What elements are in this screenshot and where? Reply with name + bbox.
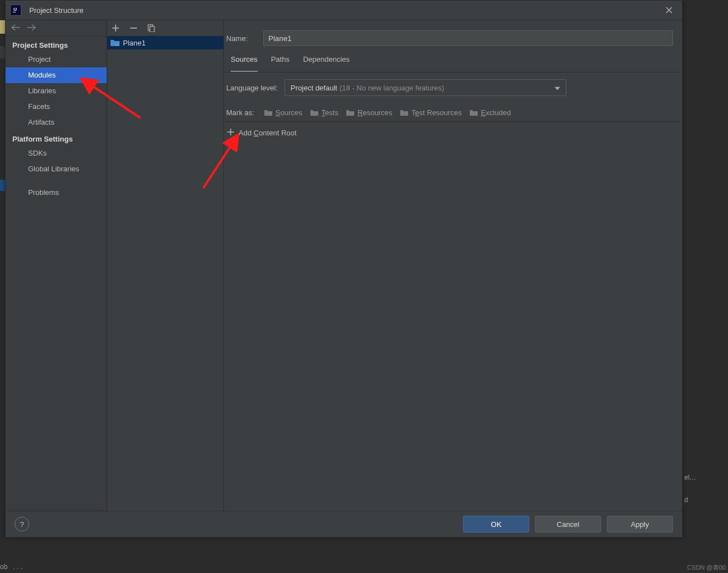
sidebar-item-problems[interactable]: Problems: [6, 185, 107, 201]
dialog-button-bar: ? OK Cancel Apply: [6, 511, 682, 537]
close-icon[interactable]: [661, 2, 677, 18]
watermark: CSDN @青00: [687, 563, 726, 572]
ok-button[interactable]: OK: [463, 516, 529, 533]
sidebar-item-modules[interactable]: Modules: [6, 67, 107, 83]
language-level-hint: (18 - No new language features): [340, 84, 444, 92]
folder-icon: [400, 110, 408, 116]
mark-label: Test Resources: [411, 108, 462, 117]
mark-label: Excluded: [481, 108, 511, 117]
background-text: el…d: [684, 472, 728, 539]
module-item[interactable]: Plane1: [107, 36, 223, 49]
svg-rect-4: [150, 26, 154, 32]
svg-rect-5: [116, 43, 118, 46]
language-level-row: Language level: Project default (18 - No…: [226, 72, 680, 99]
tab-sources[interactable]: Sources: [231, 55, 258, 72]
module-list-panel: Plane1: [107, 20, 224, 511]
remove-module-icon[interactable]: [129, 23, 139, 33]
sidebar-item-facets[interactable]: Facets: [6, 99, 107, 115]
mark-label: Tests: [322, 108, 338, 117]
titlebar: IJ Project Structure: [6, 1, 682, 20]
sidebar-item-libraries[interactable]: Libraries: [6, 83, 107, 99]
project-structure-dialog: IJ Project Structure Project Settings Pr…: [5, 0, 683, 538]
name-label: Name:: [226, 34, 255, 43]
background-strip: [0, 20, 5, 34]
sidebar-item-global-libraries[interactable]: Global Libraries: [6, 161, 107, 177]
sidebar-history-nav: [6, 20, 107, 37]
module-list: Plane1: [107, 36, 223, 511]
add-content-root-label: Add Content Root: [239, 129, 296, 137]
mark-as-label: Mark as:: [226, 108, 254, 117]
details-panel: Name: Sources Paths Dependencies Languag…: [224, 20, 682, 511]
copy-module-icon[interactable]: [146, 23, 157, 33]
plus-icon: [227, 128, 234, 138]
add-content-root-button[interactable]: Add Content Root: [226, 122, 680, 138]
mark-resources-button[interactable]: Resources: [346, 108, 392, 117]
tab-paths[interactable]: Paths: [271, 55, 290, 72]
background-text: ob . . .: [0, 563, 22, 571]
folder-icon: [470, 110, 478, 116]
name-input[interactable]: [263, 30, 673, 46]
sidebar-item-project[interactable]: Project: [6, 52, 107, 67]
back-icon[interactable]: [11, 23, 20, 33]
sidebar-heading-platform-settings: Platform Settings: [6, 130, 107, 145]
app-icon: IJ: [10, 4, 21, 16]
language-level-label: Language level:: [226, 84, 278, 92]
apply-button[interactable]: Apply: [607, 516, 673, 533]
module-item-label: Plane1: [123, 39, 145, 47]
background-strip: [0, 46, 5, 58]
cancel-button[interactable]: Cancel: [535, 516, 601, 533]
mark-label: Sources: [276, 108, 303, 117]
help-icon[interactable]: ?: [15, 517, 29, 531]
add-module-icon[interactable]: [111, 23, 121, 33]
sidebar-item-sdks[interactable]: SDKs: [6, 145, 107, 161]
module-icon: [111, 39, 120, 47]
window-title: Project Structure: [29, 6, 661, 15]
mark-test-resources-button[interactable]: Test Resources: [400, 108, 462, 117]
language-level-combo[interactable]: Project default (18 - No new language fe…: [285, 79, 566, 96]
folder-icon: [310, 110, 318, 116]
svg-text:IJ: IJ: [13, 7, 17, 11]
module-tabs: Sources Paths Dependencies: [226, 49, 680, 72]
mark-as-row: Mark as: Sources Tests Resources: [226, 99, 680, 122]
language-level-value: Project default: [291, 84, 337, 92]
name-row: Name:: [226, 20, 680, 49]
folder-icon: [264, 110, 272, 116]
sidebar-item-artifacts[interactable]: Artifacts: [6, 115, 107, 130]
module-toolbar: [107, 20, 223, 36]
mark-sources-button[interactable]: Sources: [264, 108, 303, 117]
mark-excluded-button[interactable]: Excluded: [470, 108, 511, 117]
sidebar: Project Settings Project Modules Librari…: [6, 20, 107, 511]
chevron-down-icon: [555, 84, 560, 92]
svg-rect-6: [406, 113, 408, 115]
background-strip: [0, 180, 5, 191]
mark-tests-button[interactable]: Tests: [310, 108, 338, 117]
sidebar-heading-project-settings: Project Settings: [6, 37, 107, 52]
folder-icon: [346, 110, 354, 116]
mark-label: Resources: [358, 108, 392, 117]
forward-icon[interactable]: [27, 23, 36, 33]
svg-rect-1: [13, 12, 16, 12]
tab-dependencies[interactable]: Dependencies: [303, 55, 350, 72]
